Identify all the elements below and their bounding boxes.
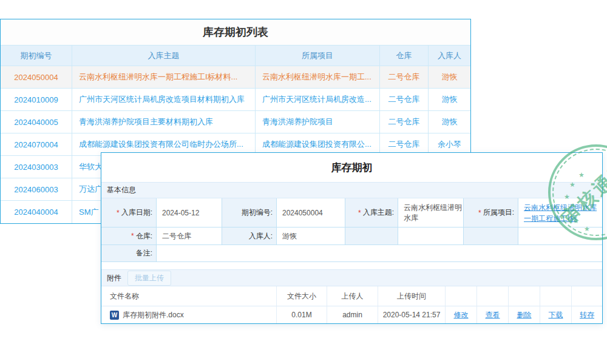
field-value-opening-no: 2024050004 [277,198,345,228]
field-label-project: * 所属项目: [464,198,518,228]
cell-warehouse: 二号仓库 [380,89,429,111]
field-label-warehouse: * 仓库: [101,228,157,245]
field-label-remark: 备注: [101,245,157,262]
file-action-cell: 删除 [509,306,540,323]
empty-label-cell [345,228,398,245]
empty-value-cell [398,228,464,245]
basic-info-form: * 入库日期: 2024-05-12 期初编号: 2024050004 * 入库… [101,198,602,262]
cell-opening-no[interactable]: 2024050004 [1,66,72,89]
inventory-opening-detail-panel: 库存期初 基本信息 * 入库日期: 2024-05-12 期初编号: 20240… [101,152,603,324]
cell-subject[interactable]: 青海洪湖养护院项目主要材料期初入库 [72,111,256,133]
field-label-person: 入库人: [222,228,277,245]
file-size-cell: 0.01M [277,306,327,323]
field-label-storage-date: * 入库日期: [101,198,157,228]
required-marker: * [478,209,481,217]
field-value-project: 云南水利枢纽潜明水库一期工程施工I标 [518,198,602,228]
file-col-header-action [572,286,602,306]
file-action-cell: 下载 [540,306,572,323]
batch-upload-button[interactable]: 批量上传 [127,271,171,286]
attachments-table: 文件名称 文件大小 上传人 上传时间 W 库存期初附件.docx 0.01M a… [101,286,602,323]
section-gap [101,262,602,269]
field-value-remark [157,245,602,262]
required-marker: * [117,209,120,217]
field-value-person: 游恢 [277,228,345,245]
required-marker: * [131,232,134,240]
download-link[interactable]: 下载 [549,310,563,320]
file-col-header-action [446,286,477,306]
col-header-opening-no: 期初编号 [1,46,72,66]
cell-person: 游恢 [429,66,470,89]
col-header-project: 所属项目 [256,46,380,66]
cell-person: 游恢 [429,111,470,133]
cell-opening-no[interactable]: 2024040005 [1,111,72,133]
file-col-header-name: 文件名称 [101,286,277,306]
field-label-opening-no: 期初编号: [222,198,277,228]
cell-project[interactable]: 广州市天河区统计局机房改造... [256,89,380,111]
cell-opening-no[interactable]: 2024010009 [1,89,72,111]
file-action-cell: 查看 [477,306,509,323]
col-header-warehouse: 仓库 [380,46,429,66]
project-link[interactable]: 云南水利枢纽潜明水库一期工程施工I标 [524,200,602,226]
cell-project[interactable]: 青海洪湖养护院项目 [256,111,380,133]
attachments-section-header: 附件 批量上传 [101,269,602,286]
word-file-icon: W [110,311,119,320]
delete-link[interactable]: 删除 [517,310,532,320]
col-header-person: 入库人 [429,46,470,66]
file-action-cell: 修改 [446,306,477,323]
file-col-header-size: 文件大小 [277,286,327,306]
cell-project[interactable]: 云南水利枢纽潜明水库一期工... [256,66,380,89]
empty-value-cell [518,228,602,245]
cell-opening-no[interactable]: 2024070004 [1,133,72,156]
col-header-subject: 入库主题 [72,46,256,66]
file-col-header-action [540,286,572,306]
detail-title: 库存期初 [101,153,602,182]
basic-info-label: 基本信息 [107,185,136,195]
file-time-cell: 2020-05-14 21:57 [378,306,446,323]
field-value-storage-date: 2024-05-12 [157,198,222,228]
field-value-subject: 云南水利枢纽潜明水库 [398,198,464,228]
empty-label-cell [464,228,518,245]
cell-subject[interactable]: 云南水利枢纽潜明水库一期工程施工I标材料... [72,66,256,89]
cell-opening-no[interactable]: 2024030003 [1,156,72,178]
cell-opening-no[interactable]: 2024040004 [1,201,72,223]
file-col-header-uploader: 上传人 [327,286,378,306]
file-action-cell: 转存 [572,306,602,323]
basic-info-section-header: 基本信息 [101,182,602,198]
cell-subject[interactable]: 广州市天河区统计局机房改造项目材料期初入库 [72,89,256,111]
file-col-header-action [509,286,540,306]
field-value-warehouse: 二号仓库 [157,228,222,245]
transfer-link[interactable]: 转存 [580,310,594,320]
file-name-cell: W 库存期初附件.docx [101,306,277,323]
field-label-subject: * 入库主题: [345,198,398,228]
modify-link[interactable]: 修改 [454,310,469,320]
file-col-header-time: 上传时间 [378,286,446,306]
list-title: 库存期初列表 [1,19,470,46]
cell-warehouse: 二号仓库 [380,66,429,89]
required-marker: * [358,209,361,217]
cell-warehouse: 二号仓库 [380,111,429,133]
attachments-label: 附件 [107,273,121,283]
view-link[interactable]: 查看 [486,310,500,320]
file-name: 库存期初附件.docx [123,310,184,320]
cell-opening-no[interactable]: 2024060003 [1,178,72,201]
cell-person: 游恢 [429,89,470,111]
file-col-header-action [477,286,509,306]
file-uploader-cell: admin [327,306,378,323]
